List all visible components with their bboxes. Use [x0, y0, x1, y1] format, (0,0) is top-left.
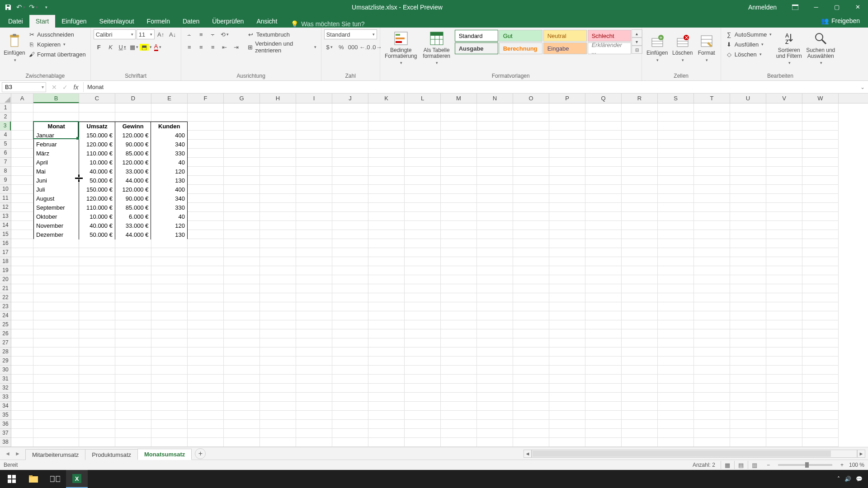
cell[interactable] — [694, 293, 730, 302]
cell[interactable] — [658, 158, 694, 167]
cell[interactable] — [549, 167, 585, 176]
cell[interactable] — [622, 212, 658, 221]
cell[interactable] — [513, 347, 549, 357]
table-cell[interactable]: 40.000 € — [79, 221, 115, 230]
cell[interactable] — [151, 103, 188, 113]
thousands-icon[interactable]: 000 — [348, 42, 359, 52]
cell[interactable] — [766, 103, 802, 113]
cell[interactable] — [585, 194, 622, 203]
cell[interactable] — [658, 429, 694, 438]
cell[interactable] — [188, 366, 224, 375]
cell[interactable] — [585, 293, 622, 302]
cell[interactable] — [730, 411, 766, 420]
cell[interactable] — [33, 266, 79, 275]
cell[interactable] — [622, 420, 658, 429]
cell[interactable] — [730, 230, 766, 239]
cell[interactable] — [694, 384, 730, 393]
cell[interactable] — [585, 167, 622, 176]
column-header[interactable]: M — [441, 94, 477, 103]
cell[interactable] — [79, 338, 115, 347]
cell[interactable] — [513, 248, 549, 257]
cell[interactable] — [151, 257, 188, 266]
decrease-indent-icon[interactable]: ⇤ — [219, 42, 230, 52]
cell[interactable] — [224, 167, 260, 176]
table-cell[interactable]: 33.000 € — [115, 221, 151, 230]
cell[interactable] — [224, 302, 260, 311]
cell[interactable] — [79, 320, 115, 329]
table-cell[interactable]: November — [34, 221, 79, 230]
table-cell[interactable]: 44.000 € — [115, 230, 151, 239]
cell[interactable] — [368, 375, 405, 384]
cell[interactable] — [730, 239, 766, 248]
cell[interactable] — [332, 167, 368, 176]
cell[interactable] — [405, 411, 441, 420]
cell[interactable] — [513, 113, 549, 122]
cell[interactable] — [802, 158, 839, 167]
cell[interactable] — [11, 384, 33, 393]
table-cell[interactable]: 120.000 € — [79, 140, 115, 149]
table-cell[interactable]: 130 — [151, 230, 187, 239]
cell[interactable] — [802, 203, 839, 212]
cell[interactable] — [658, 113, 694, 122]
cell[interactable] — [441, 429, 477, 438]
row-header[interactable]: 4 — [0, 131, 11, 140]
cell[interactable] — [224, 185, 260, 194]
cell[interactable] — [188, 338, 224, 347]
cell[interactable] — [405, 429, 441, 438]
cell[interactable] — [477, 402, 513, 411]
cell[interactable] — [260, 167, 296, 176]
cell[interactable] — [79, 275, 115, 284]
cell[interactable] — [115, 248, 151, 257]
cell[interactable] — [405, 113, 441, 122]
cell[interactable] — [549, 185, 585, 194]
scrollbar-thumb[interactable] — [533, 450, 831, 457]
cell[interactable] — [694, 366, 730, 375]
cell[interactable] — [766, 357, 802, 366]
font-color-icon[interactable]: A▾ — [152, 42, 163, 52]
cell[interactable] — [802, 420, 839, 429]
cell[interactable] — [766, 221, 802, 230]
cell[interactable] — [296, 149, 332, 158]
cell[interactable] — [296, 185, 332, 194]
cell[interactable] — [405, 302, 441, 311]
cell[interactable] — [730, 320, 766, 329]
cell[interactable] — [405, 158, 441, 167]
cell[interactable] — [151, 420, 188, 429]
cell[interactable] — [332, 158, 368, 167]
cell[interactable] — [802, 347, 839, 357]
row-header[interactable]: 33 — [0, 393, 11, 402]
cell[interactable] — [802, 131, 839, 140]
style-gut[interactable]: Gut — [499, 30, 542, 42]
cell[interactable] — [188, 131, 224, 140]
cell[interactable] — [549, 284, 585, 293]
table-cell[interactable]: 44.000 € — [115, 176, 151, 185]
cell[interactable] — [441, 402, 477, 411]
column-header[interactable]: R — [622, 94, 658, 103]
cell[interactable] — [694, 320, 730, 329]
cell[interactable] — [151, 429, 188, 438]
sort-filter-button[interactable]: AZSortieren und Filtern▾ — [774, 29, 804, 67]
cell[interactable] — [188, 384, 224, 393]
cell[interactable] — [224, 122, 260, 131]
cell[interactable] — [585, 402, 622, 411]
cell[interactable] — [585, 266, 622, 275]
cell[interactable] — [260, 257, 296, 266]
cell[interactable] — [477, 185, 513, 194]
table-header-cell[interactable]: Umsatz — [79, 122, 115, 131]
percent-icon[interactable]: % — [336, 42, 347, 52]
cell[interactable] — [441, 212, 477, 221]
cell[interactable] — [33, 384, 79, 393]
cell[interactable] — [11, 375, 33, 384]
cell[interactable] — [79, 402, 115, 411]
cell[interactable] — [368, 257, 405, 266]
cell[interactable] — [224, 140, 260, 149]
cell[interactable] — [260, 429, 296, 438]
cell[interactable] — [260, 366, 296, 375]
row-header[interactable]: 21 — [0, 284, 11, 293]
cell[interactable] — [585, 140, 622, 149]
cell[interactable] — [332, 257, 368, 266]
cell[interactable] — [730, 275, 766, 284]
cell[interactable] — [224, 438, 260, 447]
cell[interactable] — [11, 194, 33, 203]
cell[interactable] — [513, 149, 549, 158]
